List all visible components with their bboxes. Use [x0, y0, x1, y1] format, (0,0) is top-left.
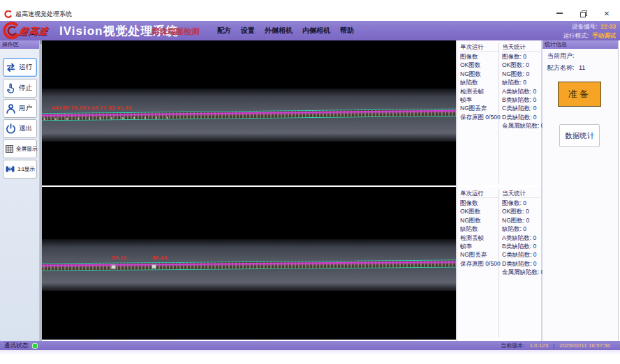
fullscreen-icon [5, 144, 14, 153]
stat-row: NG图丢弃 [460, 104, 499, 112]
stat-row: NG图丢弃 [460, 250, 499, 259]
stat-row: 检测丢帧 [460, 234, 499, 242]
single-run-header: 单次运行 [460, 189, 499, 198]
stat-row: D类缺陷数: 0 [502, 113, 540, 121]
stat-row: 图像数: 0 [502, 52, 540, 61]
one-to-one-icon [5, 164, 15, 174]
daily-stats-rows: 图像数: 0OK图数: 0NG图数: 0缺陷数: 0A类缺陷数: 0B类缺陷数:… [502, 52, 540, 130]
daily-stats-header: 当天统计 [502, 189, 540, 198]
stat-row: 检测丢帧 [460, 87, 499, 96]
power-icon [5, 123, 17, 135]
user-button-label: 用户 [19, 104, 32, 113]
header-info: 设备编号: 22-33 运行模式: 手动调试 [563, 22, 616, 40]
recipe-name-value: 11 [579, 64, 585, 71]
stat-row: C类缺陷数: 0 [502, 250, 540, 259]
stat-row: 图像数: 0 [502, 199, 540, 207]
defect-annotation: 44X85 79.8X1.49 71.53 41.49 [52, 105, 131, 111]
one-to-one-button[interactable]: 1:1显示 [3, 160, 37, 179]
stat-row: NG图数: 0 [502, 216, 540, 225]
main-menu: 配方设置外侧相机内侧相机帮助 [212, 21, 359, 40]
stat-row: A类缺陷数: 0 [502, 234, 540, 242]
device-id-label: 设备编号: [572, 22, 597, 31]
stat-row: 缺陷数 [460, 225, 499, 233]
defect-annotation: 56.43 [152, 255, 168, 261]
stat-row: B类缺陷数: 0 [502, 242, 540, 250]
single-run-rows: 图像数OK图数NG图数缺陷数检测丢帧帧率NG图丢弃保存原图 0/500 [460, 52, 499, 121]
stats-panel-outer: 单次运行 图像数OK图数NG图数缺陷数检测丢帧帧率NG图丢弃保存原图 0/500… [457, 40, 541, 185]
stat-row: 帧率 [460, 96, 499, 104]
stat-row: NG图数 [460, 216, 499, 225]
window-title: 超高速视觉处理系统 [15, 10, 72, 19]
operation-sidebar: 操作区 运行 停止 用户 [0, 40, 40, 341]
comm-status-label: 通讯状态: [4, 342, 29, 350]
menu-item[interactable]: 设置 [236, 26, 260, 36]
close-button[interactable]: ✕ [600, 8, 613, 18]
exit-button-label: 退出 [19, 124, 32, 133]
exit-button[interactable]: 退出 [3, 119, 37, 138]
column-divider [499, 43, 499, 183]
brand-text: 超高速 [17, 25, 49, 38]
user-button[interactable]: 用户 [3, 99, 37, 118]
page-subtitle: 熔珠端面检测 [152, 26, 200, 37]
stat-row: 缺陷数: 0 [502, 78, 540, 86]
run-button-label: 运行 [19, 63, 32, 72]
app-window: 超高速视觉处理系统 ✕ 超高速 IVision视觉处理系统 熔珠端面检测 配方设… [0, 0, 620, 364]
fullscreen-button-label: 全屏显示 [16, 145, 37, 153]
run-button[interactable]: 运行 [3, 58, 37, 77]
data-statistics-button[interactable]: 数据统计 [559, 124, 600, 147]
run-icon [5, 61, 17, 73]
stat-row: 金属屑缺陷数: 0 [502, 121, 540, 130]
brand-swoosh-icon [1, 22, 20, 40]
user-icon [5, 103, 17, 114]
menu-item[interactable]: 帮助 [335, 26, 359, 36]
stat-row: 帧率 [460, 242, 499, 250]
stat-row: C类缺陷数: 0 [502, 104, 540, 112]
window-controls: ✕ [553, 8, 613, 18]
fullscreen-button[interactable]: 全屏显示 [3, 139, 37, 158]
menu-item[interactable]: 外侧相机 [260, 26, 297, 36]
stat-row: 保存原图 0/500 [460, 113, 499, 121]
defect-annotation: 53.11 [112, 255, 126, 261]
stat-row: OK图数 [460, 207, 499, 215]
app-logo-icon [4, 10, 12, 18]
menu-item[interactable]: 内侧相机 [297, 26, 335, 36]
stat-row: D类缺陷数: 0 [502, 259, 540, 268]
stat-row: 缺陷数 [460, 78, 499, 86]
stat-row: 保存原图 0/500 [460, 259, 499, 268]
stat-row: 图像数 [460, 52, 499, 61]
footer-shade [0, 350, 620, 355]
column-divider [499, 189, 499, 338]
stat-row: B类缺陷数: 0 [502, 96, 540, 104]
run-mode-label: 运行模式: [563, 31, 589, 40]
version-label: 当前版本: [501, 342, 524, 349]
defect-box [152, 264, 156, 268]
recipe-name-label: 配方名称: [547, 64, 575, 71]
minimize-icon [556, 13, 563, 14]
comm-status-led [32, 343, 38, 349]
stat-row: 金属屑缺陷数: 0 [502, 268, 540, 276]
prepare-button[interactable]: 准备 [558, 82, 601, 107]
menu-item[interactable]: 配方 [212, 26, 236, 36]
stop-button[interactable]: 停止 [3, 79, 37, 98]
app-header: 超高速 IVision视觉处理系统 熔珠端面检测 配方设置外侧相机内侧相机帮助 … [0, 21, 620, 40]
daily-stats-header: 当天统计 [502, 43, 540, 52]
stat-row: 缺陷数: 0 [502, 225, 540, 233]
minimize-button[interactable] [553, 8, 566, 18]
stat-row: OK图数: 0 [502, 61, 540, 69]
one-to-one-button-label: 1:1显示 [17, 165, 35, 173]
camera-view-outer: 44X85 79.8X1.49 71.53 41.49 [42, 40, 456, 185]
restore-button[interactable] [577, 8, 589, 18]
stat-row: 图像数 [460, 199, 499, 207]
device-id-value: 22-33 [600, 22, 616, 31]
datetime-value: 2025/02/11 16:57:56 [559, 342, 610, 349]
version-separator: | [553, 342, 554, 349]
restore-icon [580, 10, 586, 16]
stat-row: OK图数 [460, 61, 499, 69]
stat-row: NG图数: 0 [502, 70, 540, 78]
stat-row: A类缺陷数: 0 [502, 87, 540, 96]
single-run-header: 单次运行 [460, 43, 499, 52]
window-titlebar: 超高速视觉处理系统 ✕ [0, 0, 620, 21]
single-run-rows: 图像数OK图数NG图数缺陷数检测丢帧帧率NG图丢弃保存原图 0/500 [460, 199, 499, 268]
stop-button-label: 停止 [19, 84, 32, 93]
stat-row: OK图数: 0 [502, 207, 540, 215]
